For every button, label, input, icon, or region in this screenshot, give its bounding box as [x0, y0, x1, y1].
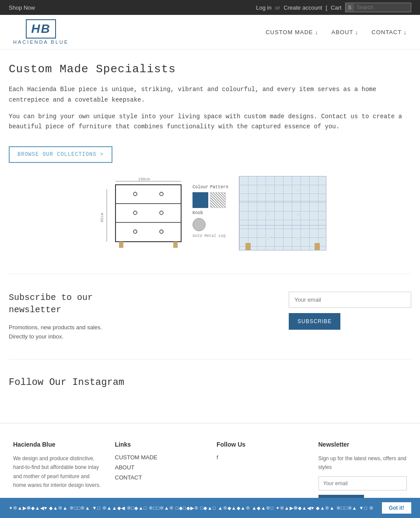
chest-diagram: 108cm 85cm	[94, 176, 190, 252]
newsletter-email-input[interactable]	[289, 292, 411, 308]
knob-4	[297, 213, 300, 216]
create-account-link[interactable]: Create account	[284, 4, 322, 11]
swatch-row	[192, 192, 232, 208]
svg-point-7	[133, 192, 137, 196]
cookie-bar: ✦❊▲▶❁◆▲◀♥ ◆▲❊▲ ❊□□❊▲ ▼□ ❊▲▲◆◀ ❊□◆▲□ ❊□□❊…	[0, 498, 420, 518]
swatch-panel: Colour Pattern Knob Gold Metal Leg	[192, 185, 232, 252]
facebook-link[interactable]: f	[217, 454, 305, 461]
intro-paragraph-1: Each Hacienda Blue piece is unique, stri…	[9, 85, 411, 106]
svg-point-10	[160, 211, 163, 215]
knob-2	[297, 188, 300, 192]
logo[interactable]: HB HACIENDA BLUE	[13, 19, 69, 45]
instagram-heading: Follow Our Instagram	[9, 377, 411, 388]
svg-rect-4	[116, 185, 181, 242]
newsletter-section: Subscribe to our newsletter Promotions, …	[9, 274, 411, 359]
newsletter-title: Subscribe to our newsletter	[9, 292, 140, 316]
footer-link-about[interactable]: ABOUT	[115, 464, 204, 471]
top-bar-shop-now[interactable]: Shop Now	[9, 4, 35, 11]
footer-newsletter-title: Newsletter	[318, 441, 407, 448]
main-content: Custom Made Specialists Each Hacienda Bl…	[0, 49, 420, 423]
newsletter-desc-1: Promotions, new products and sales.	[9, 323, 140, 332]
footer-newsletter-desc: Sign up for the latest news, offers and …	[318, 454, 407, 472]
knob-3	[265, 213, 269, 216]
cookie-got-it-button[interactable]: Got it!	[382, 502, 411, 514]
newsletter-right: SUBSCRIBE	[289, 292, 411, 330]
drawer-line-1	[239, 201, 326, 201]
cart-bracket: [	[326, 4, 327, 11]
svg-text:108cm: 108cm	[138, 177, 150, 182]
nav-custom-made[interactable]: CUSTOM MADE ↓	[266, 29, 318, 35]
blue-swatch	[192, 192, 208, 208]
logo-text: HACIENDA BLUE	[13, 39, 69, 45]
svg-rect-14	[173, 242, 178, 248]
newsletter-desc-2: Directly to your inbox.	[9, 332, 140, 342]
colour-label: Colour	[192, 185, 208, 190]
knob-preview	[192, 218, 206, 231]
footer-email-input[interactable]	[318, 476, 407, 490]
search-input[interactable]	[354, 3, 411, 12]
shop-now-link[interactable]: Shop Now	[9, 4, 35, 11]
nav-contact[interactable]: CONTACT ↓	[371, 29, 407, 35]
cookie-marquee: ✦❊▲▶❁◆▲◀♥ ◆▲❊▲ ❊□□❊▲ ▼□ ❊▲▲◆◀ ❊□◆▲□ ❊□□❊…	[9, 505, 373, 511]
top-bar-right: Log in or Create account [ Cart S	[256, 3, 411, 12]
pattern-swatch	[210, 192, 226, 208]
footer-link-custom-made[interactable]: CUSTOM MADE	[115, 454, 204, 461]
footer-links-title: Links	[115, 441, 204, 448]
newsletter-subscribe-button[interactable]: SUBSCRIBE	[289, 313, 340, 330]
footer-follow-title: Follow Us	[217, 441, 305, 448]
furniture-image-section: 108cm 85cm	[9, 176, 411, 252]
header: HB HACIENDA BLUE CUSTOM MADE ↓ ABOUT ↓ C…	[0, 15, 420, 49]
knob-label: Knob	[192, 211, 232, 215]
pattern-label: Pattern	[210, 185, 228, 190]
leg-left	[245, 243, 251, 250]
svg-text:85cm: 85cm	[100, 213, 105, 222]
search-button[interactable]: S	[346, 4, 354, 11]
page-title: Custom Made Specialists	[9, 63, 411, 76]
footer-brand-desc: We design and produce distinctive, hard-…	[13, 454, 102, 490]
footer-link-contact[interactable]: CONTACT	[115, 474, 204, 481]
cart-link[interactable]: Cart	[331, 4, 342, 11]
top-bar: Shop Now Log in or Create account [ Cart…	[0, 0, 420, 15]
intro-paragraph-2: You can bring your own unique style into…	[9, 112, 411, 133]
svg-point-8	[160, 192, 163, 196]
knob-6	[297, 237, 300, 240]
leg-label: Gold Metal Leg	[192, 234, 232, 238]
separator: or	[275, 4, 280, 11]
logo-hb: HB	[26, 19, 56, 39]
svg-rect-13	[119, 242, 123, 248]
login-link[interactable]: Log in	[256, 4, 271, 11]
leg-right	[315, 243, 320, 250]
svg-point-9	[133, 211, 137, 215]
svg-point-11	[133, 230, 137, 233]
newsletter-left: Subscribe to our newsletter Promotions, …	[9, 292, 140, 342]
main-nav: CUSTOM MADE ↓ ABOUT ↓ CONTACT ↓	[266, 29, 407, 35]
chest-svg: 108cm 85cm	[94, 176, 190, 250]
drawer-line-2	[239, 225, 326, 226]
instagram-section: Follow Our Instagram	[9, 377, 411, 388]
chest-pattern-overlay	[239, 176, 326, 250]
browse-collections-button[interactable]: BROWSE OUR COLLECTIONS >	[9, 146, 112, 163]
finished-chest-image	[239, 176, 326, 250]
footer-brand-title: Hacienda Blue	[13, 441, 102, 448]
nav-about[interactable]: ABOUT ↓	[332, 29, 359, 35]
svg-point-12	[160, 230, 163, 233]
search-form: S	[345, 3, 411, 12]
